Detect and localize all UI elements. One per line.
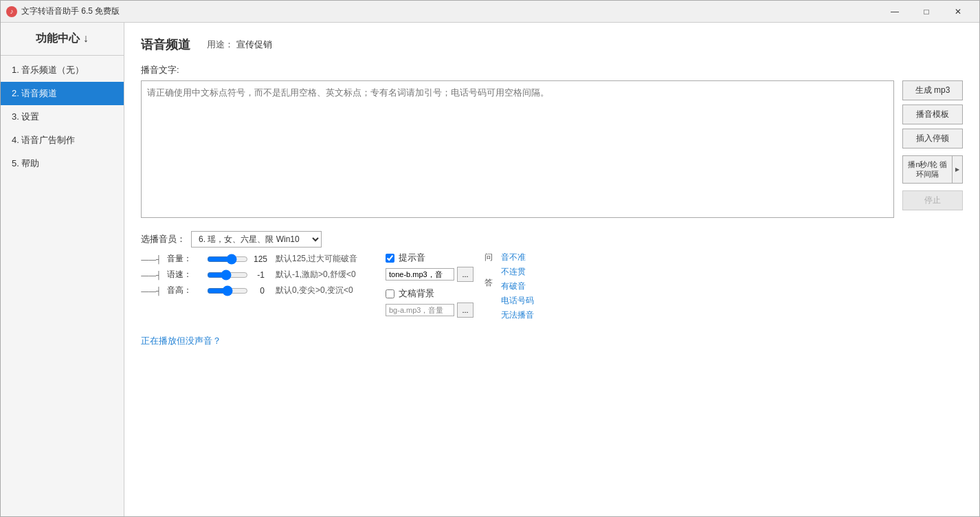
broadcast-text-input[interactable] <box>141 80 894 218</box>
minimize-button[interactable]: — <box>879 1 911 23</box>
link-distortion[interactable]: 有破音 <box>501 280 534 292</box>
sidebar-nav: 1. 音乐频道（无） 2. 语音频道 3. 设置 4. 语音广告制作 5. 帮助 <box>1 56 124 178</box>
loop-interval-button[interactable]: 播n秒/轮 循环间隔 <box>902 155 952 184</box>
link-not-fluent[interactable]: 不连贯 <box>501 266 534 278</box>
bg-browse-button[interactable]: ... <box>457 302 474 318</box>
maximize-button[interactable]: □ <box>911 1 942 23</box>
bg-input-row: ... <box>386 302 474 318</box>
bg-music-checkbox-row: 文稿背景 <box>386 287 474 300</box>
volume-desc: 默认125,过大可能破音 <box>276 253 357 265</box>
volume-slider-row: ——┤ 音量： 125 默认125,过大可能破音 <box>141 253 375 265</box>
voice-selector-dropdown[interactable]: 6. 瑶，女、六星、限 Win10 <box>191 231 322 248</box>
volume-value: 125 <box>254 254 265 264</box>
prompt-sound-checkbox-row: 提示音 <box>386 252 474 264</box>
sidebar-item-music[interactable]: 1. 音乐频道（无） <box>1 58 124 82</box>
sidebar-header[interactable]: 功能中心 ↓ <box>1 23 124 56</box>
main-panel: 语音频道 用途： 宣传促销 播音文字: 生成 mp3 播音模板 插入停顿 <box>124 23 979 516</box>
volume-slider-icon: ——┤ <box>141 255 162 263</box>
qa-answer-label: 答 <box>485 277 493 289</box>
sidebar-item-voice[interactable]: 2. 语音频道 <box>1 82 124 105</box>
tone-file-input[interactable] <box>386 268 454 280</box>
left-controls: 选播音员： 6. 瑶，女、六星、限 Win10 ——┤ 音量： 125 默认12… <box>141 231 375 296</box>
pitch-slider-icon: ——┤ <box>141 287 162 295</box>
prompt-sound-checkbox[interactable] <box>386 254 394 263</box>
prompt-sound-group: 提示音 ... <box>386 252 474 282</box>
sliders-group: ——┤ 音量： 125 默认125,过大可能破音 ——┤ 语速： -1 <box>141 253 375 296</box>
pitch-label: 音高： <box>167 285 201 296</box>
bg-music-label: 文稿背景 <box>399 287 434 300</box>
usage-label: 用途： 宣传促销 <box>207 38 272 51</box>
voice-selector-label: 选播音员： <box>141 233 186 245</box>
sidebar: 功能中心 ↓ 1. 音乐频道（无） 2. 语音频道 3. 设置 4. 语音广告制… <box>1 23 124 516</box>
link-cannot-play[interactable]: 无法播音 <box>501 309 534 321</box>
bottom-link-section: 正在播放但没声音？ <box>141 335 963 347</box>
tone-browse-button[interactable]: ... <box>457 267 474 282</box>
prompt-sound-label: 提示音 <box>399 252 425 264</box>
help-links: 音不准 不连贯 有破音 电话号码 无法播音 <box>501 252 534 321</box>
window-controls: — □ ✕ <box>879 1 974 23</box>
sidebar-item-settings[interactable]: 3. 设置 <box>1 105 124 129</box>
volume-label: 音量： <box>167 253 201 265</box>
app-icon: ♪ <box>6 6 17 17</box>
speed-slider-icon: ——┤ <box>141 271 162 279</box>
speed-label: 语速： <box>167 269 201 280</box>
pitch-slider[interactable] <box>207 285 248 296</box>
speed-value: -1 <box>254 270 265 280</box>
bg-music-group: 文稿背景 ... <box>386 287 474 318</box>
page-title: 语音频道 <box>141 36 190 53</box>
link-wrong-pronunciation[interactable]: 音不准 <box>501 252 534 263</box>
sidebar-item-help[interactable]: 5. 帮助 <box>1 152 124 175</box>
speed-slider[interactable] <box>207 270 248 280</box>
right-controls: 问 答 音不准 不连贯 有破音 电话号码 无法播音 <box>485 252 534 321</box>
text-area-label: 播音文字: <box>141 64 963 76</box>
title-bar: ♪ 文字转语音助手 6.5 免费版 — □ ✕ <box>1 1 979 23</box>
insert-pause-button[interactable]: 插入停顿 <box>902 129 963 148</box>
generate-mp3-button[interactable]: 生成 mp3 <box>902 80 963 100</box>
title-bar-left: ♪ 文字转语音助手 6.5 免费版 <box>6 6 120 17</box>
usage-label-text: 用途： <box>207 39 234 50</box>
pitch-value: 0 <box>254 286 265 296</box>
loop-interval-arrow[interactable]: ▶ <box>952 155 963 184</box>
no-sound-link[interactable]: 正在播放但没声音？ <box>141 336 221 346</box>
app-title: 文字转语音助手 6.5 免费版 <box>21 6 120 17</box>
link-phone-number[interactable]: 电话号码 <box>501 295 534 307</box>
volume-slider[interactable] <box>207 254 248 265</box>
action-buttons: 生成 mp3 播音模板 插入停顿 播n秒/轮 循环间隔 ▶ 停止 <box>902 80 963 220</box>
usage-value: 宣传促销 <box>236 39 272 50</box>
app-window: ♪ 文字转语音助手 6.5 免费版 — □ ✕ 功能中心 ↓ 1. 音乐频道（无… <box>0 0 980 517</box>
pitch-slider-row: ——┤ 音高： 0 默认0,变尖>0,变沉<0 <box>141 285 375 296</box>
text-area-wrap <box>141 80 894 220</box>
main-content: 功能中心 ↓ 1. 音乐频道（无） 2. 语音频道 3. 设置 4. 语音广告制… <box>1 23 979 516</box>
controls-section: 选播音员： 6. 瑶，女、六星、限 Win10 ——┤ 音量： 125 默认12… <box>141 231 963 321</box>
stop-button[interactable]: 停止 <box>902 190 963 210</box>
pitch-desc: 默认0,变尖>0,变沉<0 <box>276 285 353 296</box>
loop-interval-button-group: 播n秒/轮 循环间隔 ▶ <box>902 155 963 184</box>
tone-input-row: ... <box>386 267 474 282</box>
voice-selector-group: 选播音员： 6. 瑶，女、六星、限 Win10 <box>141 231 375 248</box>
middle-controls: 提示音 ... 文稿背景 <box>386 252 474 318</box>
close-button[interactable]: ✕ <box>942 1 974 23</box>
qa-question-label: 问 <box>485 252 493 263</box>
sidebar-item-ad[interactable]: 4. 语音广告制作 <box>1 129 124 152</box>
content-area: 生成 mp3 播音模板 插入停顿 播n秒/轮 循环间隔 ▶ 停止 <box>141 80 963 220</box>
bg-music-checkbox[interactable] <box>386 289 394 298</box>
panel-header: 语音频道 用途： 宣传促销 <box>141 36 963 53</box>
broadcast-template-button[interactable]: 播音模板 <box>902 104 963 124</box>
speed-slider-row: ——┤ 语速： -1 默认-1,激励>0,舒缓<0 <box>141 269 375 280</box>
bg-file-input[interactable] <box>386 304 454 316</box>
speed-desc: 默认-1,激励>0,舒缓<0 <box>276 269 356 280</box>
